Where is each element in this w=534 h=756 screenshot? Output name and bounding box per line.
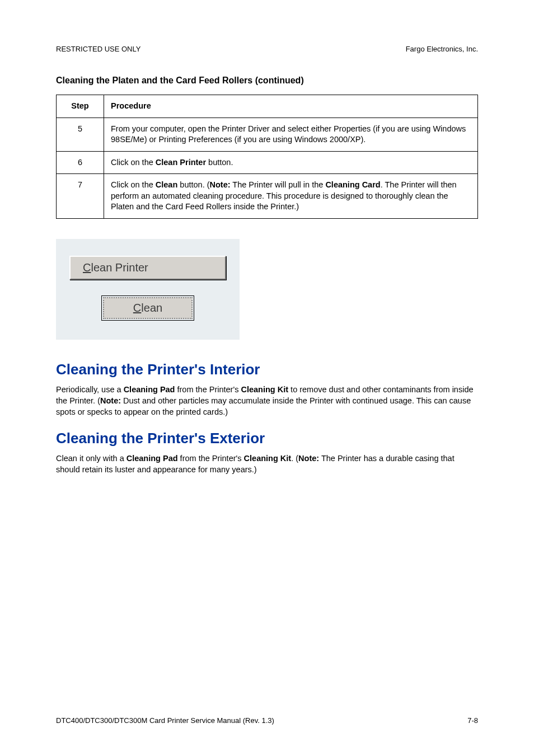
table-row: 7 Click on the Clean button. (Note: The … (57, 174, 478, 219)
step-cell: 7 (57, 174, 104, 219)
button-illustration-panel: Clean Printer Clean (56, 239, 240, 340)
paragraph-exterior: Clean it only with a Cleaning Pad from t… (56, 453, 478, 475)
page-footer: DTC400/DTC300/DTC300M Card Printer Servi… (56, 716, 478, 725)
clean-button[interactable]: Clean (103, 297, 193, 319)
procedure-cell: From your computer, open the Printer Dri… (104, 118, 478, 151)
step-cell: 5 (57, 118, 104, 151)
section-title: Cleaning the Platen and the Card Feed Ro… (56, 76, 478, 86)
col-step: Step (57, 95, 104, 118)
header-left: RESTRICTED USE ONLY (56, 45, 140, 53)
procedure-table: Step Procedure 5 From your computer, ope… (56, 95, 478, 219)
page-header: RESTRICTED USE ONLY Fargo Electronics, I… (56, 45, 478, 53)
header-right: Fargo Electronics, Inc. (406, 45, 478, 53)
procedure-cell: Click on the Clean Printer button. (104, 151, 478, 174)
procedure-cell: Click on the Clean button. (Note: The Pr… (104, 174, 478, 219)
table-row: 5 From your computer, open the Printer D… (57, 118, 478, 151)
clean-button-default-frame: Clean (101, 295, 194, 321)
table-row: 6 Click on the Clean Printer button. (57, 151, 478, 174)
col-procedure: Procedure (104, 95, 478, 118)
footer-left: DTC400/DTC300/DTC300M Card Printer Servi… (56, 716, 274, 725)
clean-printer-button[interactable]: Clean Printer (69, 256, 226, 280)
footer-right: 7-8 (467, 716, 478, 725)
table-header-row: Step Procedure (57, 95, 478, 118)
step-cell: 6 (57, 151, 104, 174)
heading-interior: Cleaning the Printer's Interior (56, 361, 478, 378)
heading-exterior: Cleaning the Printer's Exterior (56, 430, 478, 447)
paragraph-interior: Periodically, use a Cleaning Pad from th… (56, 384, 478, 417)
